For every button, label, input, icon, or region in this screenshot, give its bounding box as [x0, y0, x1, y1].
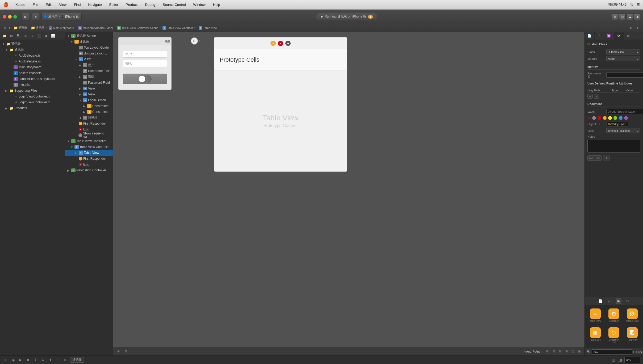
scene-item-11[interactable]: ▼ B Login Button	[65, 97, 113, 103]
scene-item-7[interactable]: ▶ L 密码:	[65, 74, 113, 80]
scene-item-10[interactable]: ▶ V View	[65, 91, 113, 97]
scene-item-4[interactable]: ▼ V View	[65, 56, 113, 62]
menu-xcode[interactable]: Xcode	[14, 2, 27, 7]
menu-help[interactable]: Help	[211, 2, 222, 7]
tree-appdelegate-h[interactable]: H AppDelegate.h	[0, 53, 65, 58]
color-dot-blue[interactable]	[619, 116, 623, 120]
breadcrumb-scene[interactable]: S Table View Controller Scene	[116, 26, 160, 30]
navigator-toggle-btn[interactable]: ◫	[619, 14, 625, 20]
color-dot-orange[interactable]	[603, 116, 607, 120]
stop-button[interactable]: ■	[32, 13, 39, 20]
tree-products[interactable]: ▶ 📁 Products	[0, 105, 65, 111]
obj-lib-tab-media[interactable]: □	[625, 298, 631, 304]
view-control-6[interactable]: ▣	[577, 349, 582, 354]
play-dbg-btn[interactable]: ▶	[18, 357, 23, 363]
view-control-1[interactable]: ⊡	[545, 349, 550, 354]
scene-item-0[interactable]: ▼ S 通讯录 Scene	[65, 33, 113, 39]
menu-view[interactable]: View	[57, 2, 68, 7]
color-dot-red[interactable]	[598, 116, 601, 120]
inspector-tab-attributes[interactable]: ⚙	[614, 32, 624, 40]
run-button[interactable]: ▶	[21, 13, 30, 20]
nav-left-btn[interactable]: ◀	[627, 25, 633, 31]
tvc-scene-item[interactable]: ▼ S Table View Controller...	[65, 138, 113, 144]
tree-appdelegate-m[interactable]: M AppDelegate.m	[0, 58, 65, 64]
restoration-id-input[interactable]	[606, 72, 643, 78]
git-btn[interactable]: ◉	[10, 357, 16, 363]
nav-right-btn[interactable]: ▶	[634, 25, 641, 31]
breadcrumb-storyboard-base[interactable]: S Main.storyboard (Base)	[77, 26, 114, 30]
obj-lib-tab-objects[interactable]: ⊕	[616, 298, 621, 304]
scene-item-6[interactable]: F Username Field	[65, 68, 113, 74]
view-control-2[interactable]: ⊠	[551, 349, 556, 354]
color-dot-gray[interactable]	[592, 116, 596, 120]
scene-item-14[interactable]: ◀ T 通讯录	[65, 115, 113, 121]
canvas-zoom-fit-btn[interactable]: ⊞	[123, 349, 128, 354]
scene-item-12[interactable]: ▶ C Constraints	[65, 103, 113, 109]
minimize-button[interactable]	[8, 15, 12, 19]
tree-loginvc-m[interactable]: M LoginViewController.m	[0, 99, 65, 105]
inspector-tab-identity[interactable]: 🆔	[604, 32, 614, 40]
tvc-first-responder[interactable]: ⊕ First Responder	[65, 156, 113, 162]
color-dot-purple[interactable]	[624, 116, 628, 120]
obj-item-1[interactable]: ⊞ Collection	[606, 307, 623, 325]
no-font-btn[interactable]: No Font	[587, 155, 602, 161]
step-out-btn[interactable]: ⬆	[47, 357, 53, 363]
remove-attribute-btn[interactable]: −	[594, 94, 599, 99]
show-nav-btn[interactable]: ◨	[617, 357, 623, 363]
color-dot-yellow[interactable]	[608, 116, 612, 120]
notes-textarea[interactable]	[587, 140, 640, 153]
doc-label-input[interactable]	[606, 109, 643, 114]
obj-item-3[interactable]: ▦ Table Cell	[587, 326, 604, 346]
canvas-go-btn[interactable]: ⊕	[116, 349, 121, 354]
nav-source-btn[interactable]: ⊞	[9, 33, 14, 39]
hide-nav-btn[interactable]: ◫	[611, 357, 616, 363]
tvc-exit[interactable]: ⊖ Exit	[65, 162, 113, 167]
nav-folder-btn[interactable]: 📁	[2, 33, 7, 39]
breadcrumb-tvc[interactable]: T Table View Controller	[161, 26, 196, 30]
view-control-4[interactable]: ⊞	[564, 349, 569, 354]
canvas-scroll[interactable]: ≡ 用户: 密码:	[113, 32, 584, 347]
scene-item-segue[interactable]: → Show segue to 'Ta...'	[65, 132, 113, 138]
tree-assets[interactable]: A Assets.xcassets	[0, 70, 65, 76]
nav-report-btn[interactable]: 📊	[50, 33, 56, 39]
menu-find[interactable]: Find	[72, 2, 82, 7]
obj-item-2[interactable]: 🖼 Image View	[624, 307, 641, 325]
obj-item-4[interactable]: ⬡ Collection Cell	[606, 326, 623, 346]
view-control-5[interactable]: ◫	[570, 349, 575, 354]
cpu-btn[interactable]: ⊞	[55, 357, 61, 363]
tree-group[interactable]: ▼ 📁 通讯录	[0, 47, 65, 53]
inspector-tab-connections[interactable]: →	[633, 32, 643, 40]
color-dot-x[interactable]: ✕	[587, 116, 591, 120]
view-control-3[interactable]: ⊟	[557, 349, 563, 354]
apple-menu[interactable]: 🍎	[3, 2, 9, 7]
class-select[interactable]: UITableView ⌄	[606, 49, 640, 54]
nav-test-btn[interactable]: ▷	[29, 33, 35, 39]
menubar-menu-icon[interactable]: ☰	[637, 3, 640, 7]
menu-edit[interactable]: Edit	[44, 2, 53, 7]
tree-loginvc-h[interactable]: H LoginViewController.h	[0, 94, 65, 99]
close-button[interactable]	[3, 15, 6, 19]
scene-item-5[interactable]: ▶ L 用户:	[65, 62, 113, 68]
nav-item[interactable]: ▶ N Navigation Controller...	[65, 167, 113, 173]
tree-supporting-files[interactable]: ▶ 📁 Supporting Files	[0, 88, 65, 94]
lock-select[interactable]: Inherited - (Nothing) ⌄	[606, 128, 640, 133]
nav-find-btn[interactable]: 🔍	[15, 33, 21, 39]
inspector-tab-size[interactable]: ⊞	[624, 32, 633, 40]
breadcrumb-tableview[interactable]: T Table View	[198, 26, 218, 30]
locate-btn[interactable]: ⊕	[62, 357, 68, 363]
pause-btn[interactable]: ⏸	[25, 357, 31, 363]
module-select[interactable]: None ⌄	[606, 56, 640, 61]
menu-file[interactable]: File	[31, 2, 40, 7]
tvc-item[interactable]: ▼ T Table View Controller	[65, 144, 113, 150]
add-file-btn[interactable]: +	[3, 357, 9, 363]
nav-search-input[interactable]	[624, 357, 640, 363]
inspector-tab-file[interactable]: 📄	[585, 32, 595, 40]
menu-source-control[interactable]: Source Control	[161, 2, 187, 7]
breadcrumb-back[interactable]: ◀	[2, 26, 7, 30]
color-dot-green[interactable]	[613, 116, 617, 120]
maximize-button[interactable]	[13, 15, 17, 19]
menu-editor[interactable]: Editor	[108, 2, 120, 7]
scene-item-15[interactable]: ⊕ First Responder	[65, 121, 113, 126]
breadcrumb-project[interactable]: 📁 通讯录	[13, 25, 28, 30]
scene-item-8[interactable]: F Password Field	[65, 80, 113, 86]
